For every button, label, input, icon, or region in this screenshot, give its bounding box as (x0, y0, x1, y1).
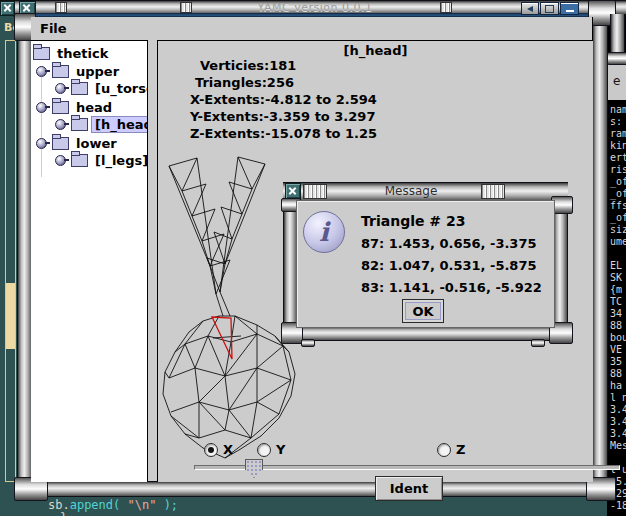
terminal-line: 3.4 (610, 404, 626, 416)
dialog-foot-right (531, 339, 545, 347)
expand-handle-icon[interactable] (55, 119, 66, 130)
tree-item-label[interactable]: [l_legs] (92, 153, 151, 168)
code-open: ( (113, 498, 127, 512)
iconify-icon (566, 10, 574, 12)
ok-button[interactable]: OK (402, 299, 444, 323)
stat-triangles: Triangles:256 (195, 75, 294, 90)
vertex-line-2: 82: 1.047, 0.531, -5.875 (361, 258, 537, 273)
folder-icon (71, 118, 88, 131)
folder-icon (71, 82, 88, 95)
terminal-line: l n (610, 392, 626, 404)
tree-item-upper[interactable]: upper (36, 63, 122, 80)
terminal-line: 35 (610, 356, 626, 368)
window-maximize-button[interactable] (540, 2, 559, 15)
expand-handle-icon[interactable] (36, 102, 47, 113)
terminal-line: _of (610, 176, 626, 188)
maximize-icon (545, 5, 554, 13)
terminal-line: 88 (610, 320, 626, 332)
tree-item-h-head[interactable]: [h_head] (55, 116, 162, 133)
terminal-line: ume (610, 236, 626, 248)
tree-item-thetick[interactable]: thetick (33, 45, 111, 62)
dialog-foot-left (301, 339, 315, 347)
terminal-line: SK (610, 272, 626, 284)
radio-x-circle[interactable] (204, 443, 218, 457)
dialog-body: i Triangle # 23 87: 1.453, 0.656, -3.375… (296, 200, 555, 328)
tree-panel[interactable]: thetick upper [u_torso] head [h_head] (31, 40, 147, 482)
menu-file[interactable]: File (40, 21, 67, 36)
folder-icon (52, 101, 69, 114)
terminal-pipe-cap (607, 52, 626, 65)
expand-handle-icon[interactable] (36, 138, 47, 149)
tree-guide-line (41, 77, 42, 177)
stat-z-extents: Z-Extents:-15.078 to 1.25 (190, 126, 377, 141)
tree-item-label[interactable]: thetick (54, 46, 111, 61)
folder-icon (52, 137, 69, 150)
radio-z-circle[interactable] (437, 443, 451, 457)
desktop: Bo e nams:ramkinertris_of_offfs_ofsizume… (0, 0, 626, 516)
terminal-line: 3.4 (610, 416, 626, 428)
code-line: sb.append( "\n" ); (48, 498, 178, 512)
titlebar-ridge-left (55, 2, 67, 13)
terminal-line: ram (610, 128, 626, 140)
dialog-right-pipe (553, 200, 568, 328)
message-dialog: Message i Triangle # 23 87: 1.453, 0.656… (281, 180, 571, 350)
terminal-text-column: nams:ramkinertris_of_offfs_ofsizumeELSK{… (610, 104, 626, 512)
vertex-line-1: 87: 1.453, 0.656, -3.375 (361, 236, 537, 251)
terminal-line: 88 (610, 368, 626, 380)
terminal-line: s: (610, 116, 626, 128)
dialog-bottom-pipe (294, 326, 556, 341)
tree-item-head[interactable]: head (36, 99, 115, 116)
terminal-line: Mes (610, 440, 626, 452)
terminal-line: 34 (610, 308, 626, 320)
terminal-line: TC (610, 296, 626, 308)
close-icon[interactable] (0, 1, 15, 16)
radio-y-label: Y (276, 442, 285, 457)
terminal-line: ha (610, 380, 626, 392)
menubar: File (31, 17, 592, 41)
terminal-line: ffs (610, 200, 626, 212)
expand-handle-icon[interactable] (36, 66, 47, 77)
terminal-line: {m (610, 284, 626, 296)
ident-button[interactable]: Ident (375, 476, 443, 501)
editor-scroll-thumb[interactable] (6, 283, 15, 349)
window-bottom-border-pipe[interactable] (28, 481, 598, 497)
info-icon: i (303, 211, 345, 253)
tree-item-lower[interactable]: lower (36, 135, 120, 152)
terminal-line: ert (610, 152, 626, 164)
terminal-line: ris (610, 164, 626, 176)
mesh-antenna-left (169, 158, 230, 316)
code-close: ); (156, 498, 178, 512)
terminal-line: 3.4 (610, 428, 626, 440)
radio-x-label: X (223, 442, 233, 457)
tree-item-label[interactable]: upper (73, 64, 122, 79)
tree-item-l-legs[interactable]: [l_legs] (55, 152, 151, 169)
radio-z-label: Z (456, 442, 465, 457)
tree-item-label[interactable]: head (73, 100, 115, 115)
stat-vertices: Verticies:181 (200, 58, 296, 73)
terminal-line: _of (610, 212, 626, 224)
code-dot: . (62, 498, 69, 512)
terminal-line: siz (610, 224, 626, 236)
folder-icon (33, 47, 50, 60)
editor-pane-border (5, 40, 16, 482)
window-right-border-pipe[interactable] (592, 13, 608, 481)
tree-item-label[interactable]: lower (73, 136, 120, 151)
radio-y-circle[interactable] (257, 443, 271, 457)
dialog-heading: Triangle # 23 (361, 213, 465, 229)
dialog-close-icon[interactable] (285, 183, 301, 199)
slider-thumb[interactable] (245, 459, 263, 478)
terminal-line: kin (610, 140, 626, 152)
stat-x-extents: X-Extents:-4.812 to 2.594 (190, 92, 377, 107)
terminal-menu-text: e (608, 74, 620, 88)
terminal-line: _of (610, 188, 626, 200)
expand-handle-icon[interactable] (55, 155, 66, 166)
terminal-line (610, 452, 626, 464)
terminal-line: bou (610, 332, 626, 344)
folder-icon (71, 154, 88, 167)
window-shade-button[interactable] (521, 2, 539, 15)
expand-handle-icon[interactable] (55, 83, 66, 94)
window-iconify-button[interactable] (560, 2, 579, 15)
stat-y-extents: Y-Extents:-3.359 to 3.297 (190, 109, 375, 124)
code-arg: "\n" (128, 498, 157, 512)
code-line-2: } (60, 511, 67, 516)
